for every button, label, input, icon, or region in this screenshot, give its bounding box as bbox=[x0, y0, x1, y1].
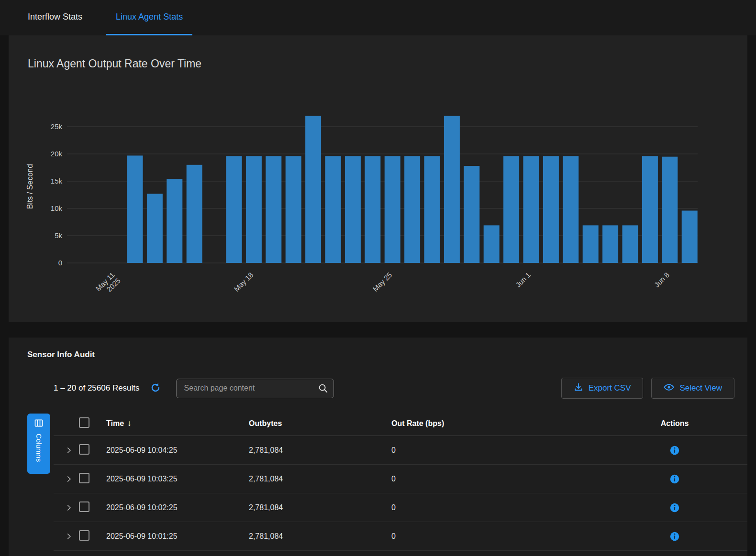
tab-linux-agent-stats[interactable]: Linux Agent Stats bbox=[106, 0, 192, 35]
sensor-info-audit-panel: Sensor Info Audit 1 – 20 of 25606 Result… bbox=[9, 338, 747, 556]
results-count: 1 – 20 of 25606 Results bbox=[54, 383, 140, 393]
cell-time: 2025-06-09 10:04:25 bbox=[106, 446, 249, 455]
chart-bar bbox=[642, 156, 658, 263]
download-icon bbox=[574, 382, 583, 394]
chart-bar bbox=[305, 116, 321, 263]
row-checkbox[interactable] bbox=[79, 473, 89, 483]
x-tick-label: May 25 bbox=[371, 271, 394, 293]
select-view-button[interactable]: Select View bbox=[651, 378, 734, 399]
y-tick-label: 20k bbox=[51, 150, 63, 158]
chart-bar bbox=[385, 156, 400, 263]
y-tick-label: 25k bbox=[51, 122, 63, 131]
x-tick-label: May 112025 bbox=[94, 271, 122, 298]
tab-bar: Interflow Stats Linux Agent Stats bbox=[0, 0, 756, 35]
column-header-time[interactable]: Time ↓ bbox=[106, 419, 249, 428]
row-checkbox-cell bbox=[78, 473, 106, 485]
y-tick-label: 10k bbox=[51, 204, 63, 212]
cell-outbytes: 2,781,084 bbox=[249, 503, 391, 512]
eye-icon bbox=[664, 382, 674, 395]
tab-interflow-stats[interactable]: Interflow Stats bbox=[18, 0, 92, 35]
chart-bar bbox=[167, 179, 182, 263]
chart-bar bbox=[424, 156, 440, 263]
columns-button[interactable]: Columns bbox=[27, 414, 50, 474]
table-header-row: Time ↓ Outbytes Out Rate (bps) Actions bbox=[54, 411, 747, 436]
chart-bar bbox=[662, 157, 678, 263]
chart-bar bbox=[226, 156, 242, 263]
chart-bar bbox=[147, 194, 163, 263]
chart-bar bbox=[623, 225, 638, 263]
cell-outrate: 0 bbox=[391, 532, 602, 541]
chart-bar bbox=[325, 156, 341, 263]
search-input[interactable] bbox=[176, 379, 334, 398]
cell-outbytes: 2,781,084 bbox=[249, 446, 391, 455]
refresh-button[interactable] bbox=[148, 381, 163, 395]
chart-bar bbox=[503, 156, 519, 263]
chart-bar bbox=[543, 156, 559, 263]
cell-time: 2025-06-09 10:03:25 bbox=[106, 475, 249, 483]
row-checkbox-cell bbox=[78, 444, 106, 457]
column-header-outbytes[interactable]: Outbytes bbox=[249, 419, 391, 428]
x-tick-label: May 18 bbox=[233, 271, 255, 293]
select-view-label: Select View bbox=[679, 383, 722, 393]
chart-bar bbox=[444, 116, 460, 263]
chart-bar bbox=[266, 156, 281, 263]
column-header-actions: Actions bbox=[602, 419, 747, 428]
audit-section-title: Sensor Info Audit bbox=[27, 350, 95, 360]
cell-outbytes: 2,781,084 bbox=[249, 532, 391, 541]
chart-bar bbox=[127, 155, 143, 263]
cell-outrate: 0 bbox=[391, 446, 602, 455]
y-tick-label: 0 bbox=[58, 259, 62, 267]
chart-panel: Linux Agent Output Rate Over Time 05k10k… bbox=[9, 35, 747, 322]
row-checkbox[interactable] bbox=[79, 501, 89, 512]
toolbar-actions: Export CSV Select View bbox=[561, 378, 734, 399]
export-csv-label: Export CSV bbox=[589, 383, 631, 393]
refresh-icon bbox=[150, 382, 161, 395]
row-expand-chevron-icon[interactable] bbox=[65, 475, 73, 483]
search-box bbox=[176, 379, 334, 398]
row-checkbox-cell bbox=[78, 501, 106, 514]
search-icon[interactable] bbox=[318, 383, 328, 395]
x-tick-label: Jun 8 bbox=[653, 271, 671, 289]
row-info-icon[interactable] bbox=[670, 532, 679, 541]
column-header-outrate[interactable]: Out Rate (bps) bbox=[391, 419, 602, 428]
cell-time: 2025-06-09 10:01:25 bbox=[106, 532, 249, 541]
chart-bar bbox=[583, 225, 599, 263]
chart-bar bbox=[246, 156, 262, 263]
chart-title: Linux Agent Output Rate Over Time bbox=[28, 57, 201, 70]
row-expand-chevron-icon[interactable] bbox=[65, 504, 73, 512]
row-expand-chevron-icon[interactable] bbox=[65, 447, 73, 454]
column-header-time-label: Time bbox=[106, 419, 124, 428]
table-row: 2025-06-09 10:01:252,781,0840 bbox=[54, 522, 747, 551]
table-columns-icon bbox=[34, 418, 44, 429]
y-tick-label: 5k bbox=[55, 231, 62, 240]
chart-bar bbox=[682, 211, 698, 263]
row-checkbox-cell bbox=[78, 530, 106, 543]
chart-bar bbox=[345, 156, 361, 263]
chart-bar bbox=[404, 156, 420, 263]
cell-time: 2025-06-09 10:02:25 bbox=[106, 503, 249, 512]
chart-bar bbox=[286, 156, 301, 263]
header-checkbox-cell bbox=[78, 417, 106, 430]
output-rate-bar-chart: 05k10k15k20k25kMay 112025May 18May 25Jun… bbox=[9, 88, 747, 317]
row-checkbox[interactable] bbox=[79, 444, 89, 455]
row-info-icon[interactable] bbox=[670, 474, 679, 484]
row-checkbox[interactable] bbox=[79, 530, 89, 541]
row-info-icon[interactable] bbox=[670, 503, 679, 512]
chart-bar bbox=[602, 225, 618, 263]
row-expand-chevron-icon[interactable] bbox=[65, 533, 73, 540]
table-body: 2025-06-09 10:04:252,781,08402025-06-09 … bbox=[9, 436, 747, 551]
cell-outrate: 0 bbox=[391, 475, 602, 483]
columns-button-label: Columns bbox=[35, 434, 43, 462]
y-tick-label: 15k bbox=[51, 177, 63, 185]
row-info-icon[interactable] bbox=[670, 446, 679, 455]
select-all-checkbox[interactable] bbox=[79, 417, 89, 428]
audit-toolbar: 1 – 20 of 25606 Results Export CSV bbox=[9, 378, 747, 399]
table-row: 2025-06-09 10:04:252,781,0840 bbox=[54, 436, 747, 465]
y-axis-label: Bits / Second bbox=[26, 164, 34, 209]
sort-desc-icon: ↓ bbox=[127, 419, 132, 428]
cell-outrate: 0 bbox=[391, 503, 602, 512]
table-row: 2025-06-09 10:02:252,781,0840 bbox=[54, 493, 747, 522]
chart-bar bbox=[523, 156, 539, 263]
export-csv-button[interactable]: Export CSV bbox=[561, 378, 644, 399]
chart-bar bbox=[464, 166, 479, 263]
